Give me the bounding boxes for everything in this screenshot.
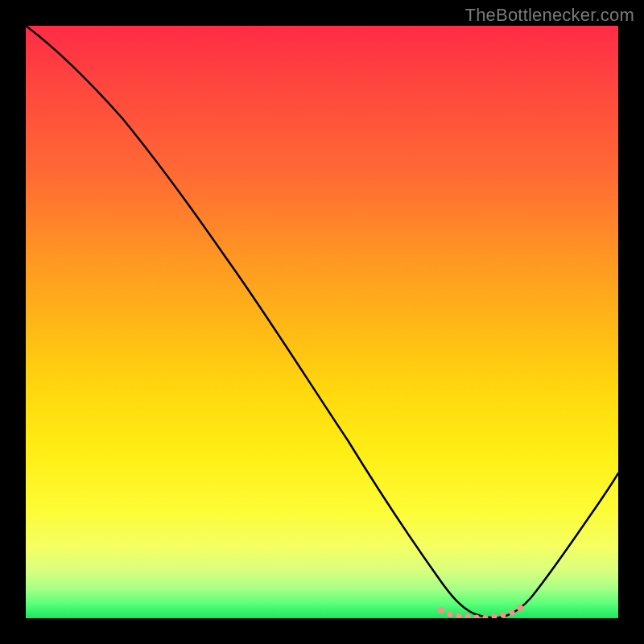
svg-point-8: [510, 610, 515, 616]
chart-svg: [26, 26, 618, 618]
bottleneck-curve: [26, 26, 618, 617]
svg-point-3: [465, 614, 471, 619]
svg-point-0: [438, 607, 444, 613]
svg-point-7: [501, 613, 506, 618]
chart-frame: TheBottlenecker.com: [0, 0, 644, 644]
svg-point-6: [492, 614, 497, 619]
plot-area: [26, 26, 618, 618]
svg-point-9: [517, 605, 523, 611]
watermark-text: TheBottlenecker.com: [465, 5, 634, 26]
svg-point-2: [456, 613, 462, 619]
svg-point-5: [483, 615, 489, 619]
svg-point-1: [448, 612, 453, 617]
